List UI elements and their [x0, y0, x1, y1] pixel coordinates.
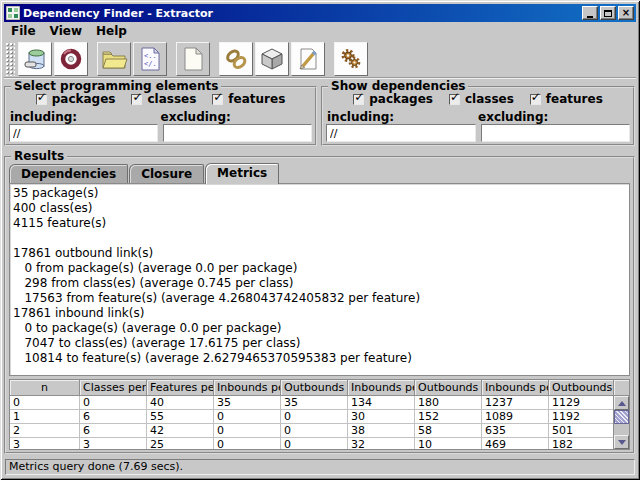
- tab-closure[interactable]: Closure: [129, 164, 204, 184]
- metrics-line: 10814 to feature(s) (average 2.627946537…: [13, 351, 626, 366]
- app-window: Dependency Finder - Extractor × File Vie…: [0, 0, 640, 480]
- table-cell: 1: [10, 410, 80, 424]
- menu-file[interactable]: File: [4, 23, 43, 39]
- table-cell: 152: [415, 410, 482, 424]
- table-cell: 10: [415, 438, 482, 449]
- title-bar: Dependency Finder - Extractor ×: [4, 4, 636, 22]
- table-vertical-scrollbar[interactable]: [613, 380, 629, 449]
- scrollbar-header-spacer: [614, 380, 629, 396]
- show-classes-checkbox[interactable]: ✓ classes: [449, 92, 514, 106]
- excluding-label: excluding:: [161, 110, 312, 124]
- menu-view[interactable]: View: [43, 23, 89, 39]
- xml-file-icon: <.. </.: [137, 46, 163, 72]
- toolbar: <.. </.: [4, 40, 636, 78]
- minimize-icon: [587, 16, 593, 18]
- select-field-labels: including: excluding:: [10, 110, 311, 124]
- table-row[interactable]: 3 3 25 0 0 32 10 469 182: [10, 438, 613, 449]
- scroll-down-button[interactable]: [614, 435, 629, 449]
- jar-icon: [22, 46, 48, 72]
- metrics-line: 35 package(s): [13, 186, 626, 201]
- show-dependencies-panel: Show dependencies ✓ packages ✓ classes ✓…: [321, 86, 635, 146]
- show-including-input[interactable]: [326, 124, 476, 142]
- table-cell: 6: [80, 410, 147, 424]
- including-label: including:: [10, 110, 161, 124]
- show-dependencies-title: Show dependencies: [328, 79, 468, 93]
- show-field-labels: including: excluding:: [327, 110, 629, 124]
- package-cube-icon: [259, 46, 285, 72]
- show-excluding-input[interactable]: [481, 124, 631, 142]
- select-features-checkbox[interactable]: ✓ features: [212, 92, 285, 106]
- table-cell: 58: [415, 424, 482, 438]
- checkbox-label: classes: [147, 92, 196, 106]
- maximize-button[interactable]: [600, 6, 616, 20]
- table-cell: 469: [482, 438, 549, 449]
- scroll-up-button[interactable]: [614, 396, 629, 410]
- table-cell: 35: [281, 396, 348, 410]
- package-toolbar-button[interactable]: [255, 42, 289, 76]
- checkbox-label: packages: [369, 92, 433, 106]
- table-cell: 635: [482, 424, 549, 438]
- link-toolbar-button[interactable]: [219, 42, 253, 76]
- table-row[interactable]: 0 0 40 35 35 134 180 1237 1129: [10, 396, 613, 410]
- excluding-label: excluding:: [478, 110, 629, 124]
- show-packages-checkbox[interactable]: ✓ packages: [353, 92, 433, 106]
- checkbox-label: features: [228, 92, 285, 106]
- table-cell: 2: [10, 424, 80, 438]
- results-panel: Results Dependencies Closure Metrics 35 …: [4, 156, 635, 454]
- edit-toolbar-button[interactable]: [291, 42, 325, 76]
- select-fields: [9, 124, 312, 142]
- tab-dependencies[interactable]: Dependencies: [9, 164, 128, 184]
- select-excluding-input[interactable]: [163, 124, 312, 142]
- menu-help[interactable]: Help: [89, 23, 134, 39]
- table-cell: 35: [214, 396, 281, 410]
- select-including-input[interactable]: [9, 124, 158, 142]
- table-cell: 180: [415, 396, 482, 410]
- metrics-line: 298 from class(es) (average 0.745 per cl…: [13, 276, 626, 291]
- table-cell: 182: [549, 438, 613, 449]
- close-button[interactable]: ×: [618, 6, 634, 20]
- show-features-checkbox[interactable]: ✓ features: [530, 92, 603, 106]
- column-header: Inbounds per...: [348, 380, 415, 396]
- table-cell: 25: [147, 438, 214, 449]
- column-header: Inbounds per...: [482, 380, 549, 396]
- checkbox-label: packages: [52, 92, 116, 106]
- table-cell: 1089: [482, 410, 549, 424]
- table-cell: 134: [348, 396, 415, 410]
- metrics-line: 17563 from feature(s) (average 4.2680437…: [13, 291, 626, 306]
- table-cell: 42: [147, 424, 214, 438]
- status-bar: Metrics query done (7.69 secs).: [4, 458, 636, 476]
- select-classes-checkbox[interactable]: ✓ classes: [131, 92, 196, 106]
- cd-toolbar-button[interactable]: [54, 42, 88, 76]
- folder-toolbar-button[interactable]: [97, 42, 131, 76]
- metrics-text-area[interactable]: 35 package(s) 400 class(es) 4115 feature…: [9, 183, 630, 376]
- arrow-up-icon: [618, 401, 626, 406]
- jar-toolbar-button[interactable]: [18, 42, 52, 76]
- new-file-toolbar-button[interactable]: [176, 42, 210, 76]
- table-cell: 0: [281, 424, 348, 438]
- table-cell: 38: [348, 424, 415, 438]
- xml-file-toolbar-button[interactable]: <.. </.: [133, 42, 167, 76]
- scrollbar-thumb[interactable]: [614, 410, 629, 424]
- tab-metrics[interactable]: Metrics: [205, 163, 279, 184]
- table-cell: 501: [549, 424, 613, 438]
- results-tabs: Dependencies Closure Metrics: [9, 163, 280, 184]
- column-header: n: [10, 380, 80, 396]
- table-cell: 0: [281, 410, 348, 424]
- minimize-button[interactable]: [582, 6, 598, 20]
- metrics-line: 4115 feature(s): [13, 216, 626, 231]
- table-cell: 0: [80, 396, 147, 410]
- table-row[interactable]: 2 6 42 0 0 38 58 635 501: [10, 424, 613, 438]
- table-cell: 1129: [549, 396, 613, 410]
- select-packages-checkbox[interactable]: ✓ packages: [36, 92, 116, 106]
- metrics-line: 0 from package(s) (average 0.0 per packa…: [13, 261, 626, 276]
- table-cell: 55: [147, 410, 214, 424]
- table-row[interactable]: 1 6 55 0 0 30 152 1089 1192: [10, 410, 613, 424]
- table-cell: 0: [281, 438, 348, 449]
- column-header: Outbounds p...: [549, 380, 613, 396]
- scrollbar-track[interactable]: [614, 424, 629, 435]
- gears-toolbar-button[interactable]: [334, 42, 368, 76]
- metrics-table: n Classes per ... Features per ... Inbou…: [9, 379, 630, 450]
- gears-icon: [338, 46, 364, 72]
- toolbar-drag-handle[interactable]: [5, 42, 15, 76]
- table-cell: 0: [214, 438, 281, 449]
